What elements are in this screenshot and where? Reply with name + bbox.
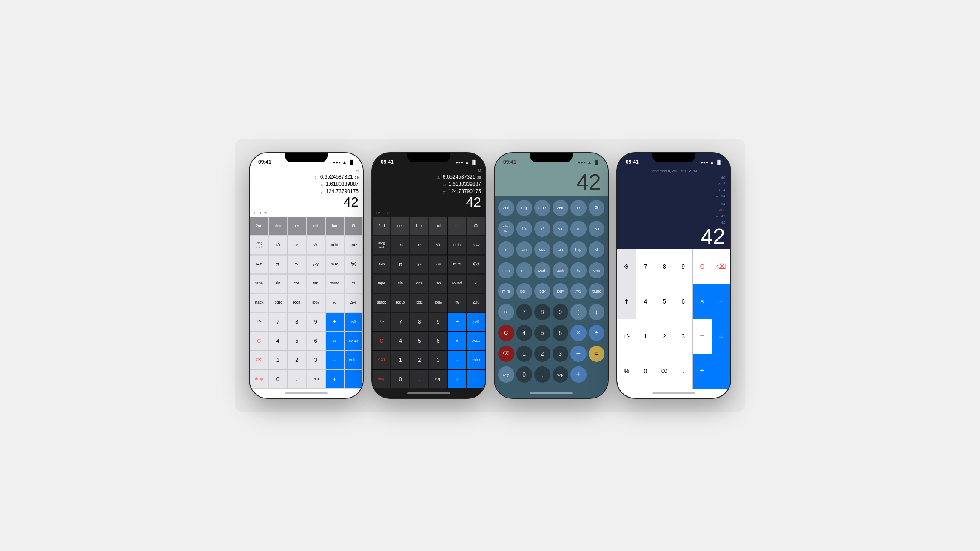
key-log10-1[interactable]: log10	[268, 293, 287, 312]
key-1-2[interactable]: 1	[391, 351, 410, 370]
key-rparen-3[interactable]: )	[589, 304, 605, 320]
key-pct-2[interactable]: %	[448, 293, 467, 312]
key-9-1[interactable]: 9	[306, 312, 325, 332]
key-9-4[interactable]: 9	[674, 249, 692, 284]
key-mre-1[interactable]: m re	[325, 255, 344, 274]
key-fx-3[interactable]: f(x)	[570, 283, 587, 299]
key-0-3[interactable]: 0	[516, 366, 533, 383]
key-3-4[interactable]: 3	[674, 319, 692, 354]
key-add-2[interactable]: +	[448, 370, 467, 389]
key-xn-3[interactable]: xn	[570, 221, 587, 237]
key-settings-1[interactable]: ⚙	[344, 217, 363, 236]
key-8-3[interactable]: 8	[534, 304, 550, 320]
key-nroot-3[interactable]: n√x	[589, 221, 605, 237]
key-loge-1[interactable]: loge	[306, 293, 325, 312]
key-2nd-3[interactable]: 2nd	[498, 200, 514, 216]
key-sq-3[interactable]: x²	[534, 221, 550, 237]
key-sub-4[interactable]: −	[693, 319, 712, 354]
key-tape-1[interactable]: tape	[250, 274, 268, 293]
key-2nd-1[interactable]: 2nd	[250, 217, 268, 236]
key-sub-1[interactable]: −	[325, 351, 344, 370]
key-dot-1[interactable]: .	[288, 370, 306, 389]
key-c-2[interactable]: C	[372, 332, 391, 351]
key-sqrt-2[interactable]: √x	[429, 236, 447, 255]
key-fact-1[interactable]: x!	[344, 274, 363, 293]
key-dec-2[interactable]: dec	[391, 217, 410, 236]
key-mre-2[interactable]: m re	[448, 255, 467, 274]
key-0-4[interactable]: 0	[636, 354, 655, 389]
key-exp-2[interactable]: exp	[429, 370, 447, 389]
key-del-3[interactable]: ⌫	[498, 346, 514, 362]
key-1-3[interactable]: 1	[516, 346, 533, 362]
key-loge-3[interactable]: loge	[553, 283, 569, 299]
key-c-4[interactable]: C	[693, 249, 712, 284]
key-fact-2[interactable]: x!	[467, 274, 485, 293]
key-degrad-1[interactable]: ›degrad	[250, 236, 268, 255]
key-42-3[interactable]: ⊙	[570, 200, 587, 216]
key-add-4[interactable]: +	[693, 354, 712, 389]
key-log2-3[interactable]: log2	[534, 283, 550, 299]
key-sin-2[interactable]: sin	[391, 274, 410, 293]
key-lparen-3[interactable]: (	[570, 304, 587, 320]
key-inv-2[interactable]: 1/x	[391, 236, 410, 255]
key-del-1[interactable]: ⌫	[250, 351, 268, 370]
key-round-3[interactable]: round	[589, 283, 605, 299]
key-yx-2[interactable]: yx	[410, 255, 429, 274]
key-pct-3[interactable]: %	[570, 262, 587, 278]
key-dec-1[interactable]: dec	[268, 217, 287, 236]
key-pm-3[interactable]: +/-	[498, 304, 514, 320]
key-mul-3[interactable]: ×	[570, 325, 587, 341]
key-mre-3[interactable]: m re	[498, 283, 514, 299]
key-bin-1[interactable]: bin	[325, 217, 344, 236]
key-settings-4[interactable]: ⚙	[617, 249, 636, 284]
key-2-3[interactable]: 2	[534, 346, 550, 362]
key-tape-3[interactable]: tape	[534, 200, 550, 216]
key-pi-1[interactable]: π	[268, 255, 287, 274]
key-drop-1[interactable]: drop	[250, 370, 268, 389]
key-add-1[interactable]: +	[325, 370, 344, 389]
key-share-4[interactable]: ⬆	[617, 284, 636, 319]
key-dpct-2[interactable]: Δ%	[467, 293, 485, 312]
key-div-1[interactable]: ÷	[325, 312, 344, 332]
key-8-4[interactable]: 8	[655, 249, 674, 284]
key-pm-4[interactable]: +/-	[617, 319, 636, 354]
key-4-3[interactable]: 4	[516, 325, 533, 341]
key-42-1[interactable]: ⊙42	[344, 236, 363, 255]
key-pi-2[interactable]: π	[391, 255, 410, 274]
key-7-2[interactable]: 7	[391, 312, 410, 332]
key-log2-2[interactable]: log2	[410, 293, 429, 312]
key-oct-1[interactable]: oct	[306, 217, 325, 236]
key-cos-1[interactable]: cos	[288, 274, 306, 293]
key-add-3[interactable]: +	[570, 366, 587, 383]
key-3-1[interactable]: 3	[306, 351, 325, 370]
key-mul-4[interactable]: ×	[693, 284, 712, 319]
key-xy-3[interactable]: x~y	[498, 366, 514, 383]
key-yroot-1[interactable]: y√y	[306, 255, 325, 274]
key-tape-2[interactable]: tape	[372, 274, 391, 293]
key-3-3[interactable]: 3	[553, 346, 569, 362]
key-settings-2[interactable]: ⚙	[467, 217, 485, 236]
key-del-4[interactable]: ⌫	[712, 249, 730, 284]
key-swap-2[interactable]: swap	[467, 332, 485, 351]
key-5-4[interactable]: 5	[655, 284, 674, 319]
key-exp-1[interactable]: exp	[306, 370, 325, 389]
key-6-2[interactable]: 6	[429, 332, 447, 351]
key-enter-1[interactable]: enter	[344, 351, 363, 370]
key-4-1[interactable]: 4	[268, 332, 287, 351]
key-stack-2[interactable]: stack	[372, 293, 391, 312]
key-9-3[interactable]: 9	[553, 304, 569, 320]
key-00-4[interactable]: 00	[655, 354, 674, 389]
key-9-2[interactable]: 9	[429, 312, 447, 332]
key-2nd-2[interactable]: 2nd	[372, 217, 391, 236]
key-tanh-3[interactable]: tanh	[553, 262, 569, 278]
key-cos-3[interactable]: cos	[534, 241, 550, 258]
key-sub-2[interactable]: −	[448, 351, 467, 370]
key-fx-1[interactable]: f(x)	[344, 255, 363, 274]
key-7-1[interactable]: 7	[268, 312, 287, 332]
key-c-3[interactable]: C	[498, 325, 514, 341]
key-settings-3[interactable]: ⚙	[589, 200, 605, 216]
key-dpct-1[interactable]: Δ%	[344, 293, 363, 312]
key-1-4[interactable]: 1	[636, 319, 655, 354]
key-exp-3[interactable]: exp	[553, 366, 569, 383]
key-mul-1[interactable]: ×	[325, 332, 344, 351]
